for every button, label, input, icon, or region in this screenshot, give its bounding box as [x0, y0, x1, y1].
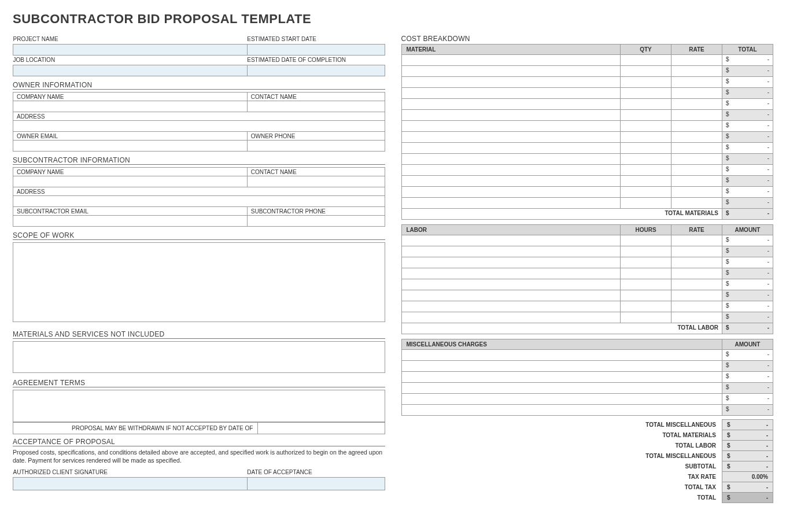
cell[interactable] — [671, 99, 722, 110]
cell[interactable] — [621, 154, 671, 165]
cell[interactable] — [401, 268, 621, 279]
cell[interactable] — [621, 290, 671, 301]
cell[interactable] — [671, 132, 722, 143]
cell[interactable] — [671, 279, 722, 290]
cell[interactable] — [671, 187, 722, 198]
cell[interactable] — [621, 176, 671, 187]
cell[interactable] — [621, 121, 671, 132]
cell[interactable] — [671, 246, 722, 257]
cell[interactable] — [621, 198, 671, 209]
cell[interactable] — [621, 66, 671, 77]
cell[interactable] — [401, 176, 621, 187]
job-location-input[interactable] — [13, 65, 248, 76]
cell[interactable] — [621, 165, 671, 176]
cell[interactable] — [671, 290, 722, 301]
est-start-input[interactable] — [247, 45, 385, 56]
cell[interactable] — [671, 77, 722, 88]
cell[interactable] — [621, 246, 671, 257]
cell[interactable] — [401, 235, 621, 246]
cell[interactable] — [401, 301, 621, 312]
cell[interactable] — [401, 132, 621, 143]
table-row: $- — [401, 383, 773, 394]
cell[interactable] — [401, 143, 621, 154]
cell[interactable] — [621, 312, 671, 323]
cell[interactable] — [671, 143, 722, 154]
cell[interactable] — [401, 361, 722, 372]
cell[interactable] — [401, 154, 621, 165]
cell[interactable] — [621, 257, 671, 268]
cell[interactable] — [401, 198, 621, 209]
cell[interactable] — [401, 350, 722, 361]
date-accept-input[interactable] — [247, 478, 385, 490]
cell[interactable] — [401, 290, 621, 301]
cell[interactable] — [401, 187, 621, 198]
sub-phone-input[interactable] — [247, 216, 385, 227]
cell[interactable] — [401, 312, 621, 323]
labor-header: LABOR — [401, 225, 621, 235]
owner-address-input[interactable] — [13, 121, 385, 132]
scope-input[interactable] — [13, 242, 385, 322]
cell[interactable] — [401, 246, 621, 257]
cell[interactable] — [621, 88, 671, 99]
cell[interactable] — [621, 268, 671, 279]
owner-address-label: ADDRESS — [13, 112, 385, 121]
cell[interactable] — [401, 55, 621, 66]
cell[interactable] — [401, 66, 621, 77]
cell[interactable] — [671, 198, 722, 209]
sub-email-input[interactable] — [13, 216, 248, 227]
cell[interactable] — [401, 77, 621, 88]
sum-tax-rate-value[interactable]: 0.00% — [722, 472, 773, 482]
project-block: PROJECT NAME ESTIMATED START DATE JOB LO… — [13, 35, 385, 76]
cell[interactable] — [621, 301, 671, 312]
cell[interactable] — [671, 235, 722, 246]
cell[interactable] — [621, 187, 671, 198]
cell[interactable] — [671, 268, 722, 279]
sub-contact-input[interactable] — [247, 176, 385, 187]
cell[interactable] — [401, 88, 621, 99]
cell[interactable] — [621, 77, 671, 88]
owner-email-input[interactable] — [13, 141, 248, 152]
cell[interactable] — [401, 110, 621, 121]
cell[interactable] — [401, 394, 722, 405]
cell[interactable] — [621, 279, 671, 290]
cell[interactable] — [671, 154, 722, 165]
cell[interactable] — [671, 55, 722, 66]
owner-phone-input[interactable] — [247, 141, 385, 152]
cell[interactable] — [621, 99, 671, 110]
sum-total-misc2-label: TOTAL MISCELLANEOUS — [401, 451, 722, 461]
not-included-input[interactable] — [13, 341, 385, 373]
sub-company-input[interactable] — [13, 176, 248, 187]
cell[interactable] — [671, 165, 722, 176]
sub-block: COMPANY NAMECONTACT NAME ADDRESS SUBCONT… — [13, 167, 385, 227]
owner-contact-input[interactable] — [247, 101, 385, 112]
cell[interactable] — [401, 165, 621, 176]
cell[interactable] — [671, 312, 722, 323]
cell[interactable] — [671, 66, 722, 77]
cell[interactable] — [401, 383, 722, 394]
cell[interactable] — [401, 405, 722, 416]
cell[interactable] — [621, 235, 671, 246]
cell[interactable] — [621, 110, 671, 121]
cell[interactable] — [671, 110, 722, 121]
cell[interactable] — [671, 88, 722, 99]
project-name-input[interactable] — [13, 45, 248, 56]
cell[interactable] — [671, 176, 722, 187]
date-accept-label: DATE OF ACCEPTANCE — [247, 468, 385, 478]
cell[interactable] — [401, 257, 621, 268]
cell[interactable] — [401, 279, 621, 290]
owner-company-input[interactable] — [13, 101, 248, 112]
cell[interactable] — [621, 143, 671, 154]
sig-input[interactable] — [13, 478, 248, 490]
cell[interactable] — [401, 121, 621, 132]
cell[interactable] — [621, 55, 671, 66]
cell[interactable] — [401, 372, 722, 383]
est-complete-input[interactable] — [247, 65, 385, 76]
agreement-input[interactable] — [13, 390, 385, 422]
cell[interactable] — [671, 121, 722, 132]
cell[interactable] — [401, 99, 621, 110]
cell[interactable] — [671, 257, 722, 268]
sub-address-input[interactable] — [13, 196, 385, 207]
cell[interactable] — [621, 132, 671, 143]
withdraw-date-input[interactable] — [258, 423, 384, 434]
cell[interactable] — [671, 301, 722, 312]
